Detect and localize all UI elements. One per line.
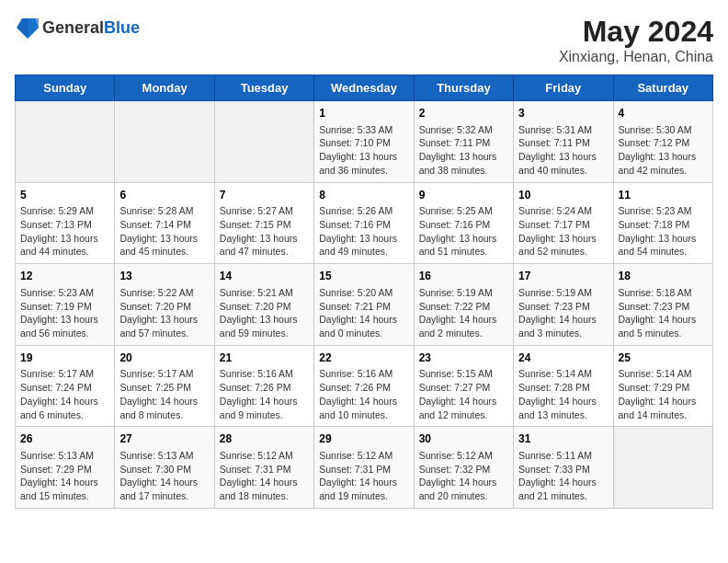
day-info: Sunrise: 5:32 AM Sunset: 7:11 PM Dayligh… [419,123,508,178]
day-info: Sunrise: 5:29 AM Sunset: 7:13 PM Dayligh… [20,204,109,259]
day-number: 21 [220,350,309,366]
day-number: 26 [20,431,109,447]
calendar-cell: 31Sunrise: 5:11 AM Sunset: 7:33 PM Dayli… [514,427,613,509]
day-info: Sunrise: 5:13 AM Sunset: 7:29 PM Dayligh… [20,449,109,503]
day-number: 3 [518,106,608,121]
day-number: 16 [419,269,508,284]
day-info: Sunrise: 5:25 AM Sunset: 7:16 PM Dayligh… [419,204,508,259]
day-number: 19 [20,350,109,366]
calendar-cell: 12Sunrise: 5:23 AM Sunset: 7:19 PM Dayli… [16,264,115,346]
calendar-title: May 2024 [559,15,713,49]
day-number: 27 [119,431,209,447]
day-info: Sunrise: 5:14 AM Sunset: 7:29 PM Dayligh… [619,367,708,421]
calendar-cell [214,101,313,183]
day-number: 18 [619,269,708,284]
calendar-subtitle: Xinxiang, Henan, China [559,49,713,65]
day-info: Sunrise: 5:14 AM Sunset: 7:28 PM Dayligh… [518,367,608,421]
calendar-cell: 24Sunrise: 5:14 AM Sunset: 7:28 PM Dayli… [514,345,613,427]
day-of-week-thursday: Thursday [414,75,513,101]
calendar-cell: 22Sunrise: 5:16 AM Sunset: 7:26 PM Dayli… [314,345,414,427]
calendar-cell: 23Sunrise: 5:15 AM Sunset: 7:27 PM Dayli… [414,345,513,427]
logo-text-general: General [42,18,104,37]
calendar-cell: 15Sunrise: 5:20 AM Sunset: 7:21 PM Dayli… [314,264,414,346]
calendar-cell: 28Sunrise: 5:12 AM Sunset: 7:31 PM Dayli… [214,427,313,509]
day-info: Sunrise: 5:23 AM Sunset: 7:18 PM Dayligh… [619,204,708,259]
calendar-week-row: 26Sunrise: 5:13 AM Sunset: 7:29 PM Dayli… [16,427,713,509]
day-info: Sunrise: 5:23 AM Sunset: 7:19 PM Dayligh… [20,286,109,340]
day-info: Sunrise: 5:28 AM Sunset: 7:14 PM Dayligh… [119,204,209,259]
calendar-cell: 17Sunrise: 5:19 AM Sunset: 7:23 PM Dayli… [514,264,613,346]
day-info: Sunrise: 5:24 AM Sunset: 7:17 PM Dayligh… [518,204,608,259]
calendar-cell [115,101,214,183]
calendar-cell [613,427,712,509]
day-info: Sunrise: 5:21 AM Sunset: 7:20 PM Dayligh… [220,286,309,340]
calendar-cell: 19Sunrise: 5:17 AM Sunset: 7:24 PM Dayli… [16,345,115,427]
calendar-cell: 5Sunrise: 5:29 AM Sunset: 7:13 PM Daylig… [16,182,115,264]
day-number: 17 [518,269,608,284]
calendar-cell: 25Sunrise: 5:14 AM Sunset: 7:29 PM Dayli… [613,345,712,427]
day-number: 11 [619,188,708,203]
calendar-cell: 3Sunrise: 5:31 AM Sunset: 7:11 PM Daylig… [514,101,613,183]
calendar-cell: 16Sunrise: 5:19 AM Sunset: 7:22 PM Dayli… [414,264,513,346]
calendar-cell: 27Sunrise: 5:13 AM Sunset: 7:30 PM Dayli… [115,427,214,509]
calendar-cell: 7Sunrise: 5:27 AM Sunset: 7:15 PM Daylig… [214,182,313,264]
day-number: 22 [319,350,408,366]
day-of-week-monday: Monday [115,75,214,101]
day-info: Sunrise: 5:16 AM Sunset: 7:26 PM Dayligh… [319,367,408,421]
day-info: Sunrise: 5:18 AM Sunset: 7:23 PM Dayligh… [619,286,708,340]
day-number: 24 [518,350,608,366]
day-info: Sunrise: 5:11 AM Sunset: 7:33 PM Dayligh… [518,449,608,503]
day-number: 1 [319,106,408,121]
calendar-cell: 30Sunrise: 5:12 AM Sunset: 7:32 PM Dayli… [414,427,513,509]
day-number: 14 [220,269,309,284]
calendar-cell [16,101,115,183]
calendar-cell: 18Sunrise: 5:18 AM Sunset: 7:23 PM Dayli… [613,264,712,346]
logo-text-blue: Blue [104,18,140,37]
calendar-cell: 26Sunrise: 5:13 AM Sunset: 7:29 PM Dayli… [16,427,115,509]
day-number: 25 [619,350,708,366]
day-info: Sunrise: 5:26 AM Sunset: 7:16 PM Dayligh… [319,204,408,259]
calendar-cell: 8Sunrise: 5:26 AM Sunset: 7:16 PM Daylig… [314,182,414,264]
calendar-cell: 10Sunrise: 5:24 AM Sunset: 7:17 PM Dayli… [514,182,613,264]
calendar-cell: 13Sunrise: 5:22 AM Sunset: 7:20 PM Dayli… [115,264,214,346]
day-of-week-tuesday: Tuesday [214,75,313,101]
day-info: Sunrise: 5:27 AM Sunset: 7:15 PM Dayligh… [220,204,309,259]
day-info: Sunrise: 5:12 AM Sunset: 7:31 PM Dayligh… [319,449,408,503]
day-of-week-saturday: Saturday [613,75,712,101]
calendar-cell: 11Sunrise: 5:23 AM Sunset: 7:18 PM Dayli… [613,182,712,264]
day-info: Sunrise: 5:17 AM Sunset: 7:24 PM Dayligh… [20,367,109,421]
day-info: Sunrise: 5:30 AM Sunset: 7:12 PM Dayligh… [619,123,708,178]
calendar-cell: 9Sunrise: 5:25 AM Sunset: 7:16 PM Daylig… [414,182,513,264]
day-number: 30 [419,431,508,447]
day-number: 28 [220,431,309,447]
calendar-week-row: 1Sunrise: 5:33 AM Sunset: 7:10 PM Daylig… [16,101,713,183]
title-block: May 2024 Xinxiang, Henan, China [559,15,713,65]
day-number: 23 [419,350,508,366]
day-number: 10 [518,188,608,203]
calendar-header-row: SundayMondayTuesdayWednesdayThursdayFrid… [16,75,713,101]
calendar-cell: 6Sunrise: 5:28 AM Sunset: 7:14 PM Daylig… [115,182,214,264]
day-number: 13 [119,269,209,284]
day-number: 29 [319,431,408,447]
calendar-cell: 29Sunrise: 5:12 AM Sunset: 7:31 PM Dayli… [314,427,414,509]
calendar-week-row: 19Sunrise: 5:17 AM Sunset: 7:24 PM Dayli… [16,345,713,427]
day-number: 4 [619,106,708,121]
day-number: 8 [319,188,408,203]
day-number: 20 [119,350,209,366]
svg-marker-2 [28,18,39,39]
day-info: Sunrise: 5:12 AM Sunset: 7:32 PM Dayligh… [419,449,508,503]
day-number: 31 [518,431,608,447]
day-info: Sunrise: 5:19 AM Sunset: 7:22 PM Dayligh… [419,286,508,340]
calendar-cell: 21Sunrise: 5:16 AM Sunset: 7:26 PM Dayli… [214,345,313,427]
calendar-cell: 14Sunrise: 5:21 AM Sunset: 7:20 PM Dayli… [214,264,313,346]
calendar-week-row: 5Sunrise: 5:29 AM Sunset: 7:13 PM Daylig… [16,182,713,264]
day-number: 5 [20,188,109,203]
page-header: GeneralBlue May 2024 Xinxiang, Henan, Ch… [15,15,713,65]
calendar-cell: 2Sunrise: 5:32 AM Sunset: 7:11 PM Daylig… [414,101,513,183]
calendar-cell: 20Sunrise: 5:17 AM Sunset: 7:25 PM Dayli… [115,345,214,427]
day-of-week-sunday: Sunday [16,75,115,101]
day-info: Sunrise: 5:22 AM Sunset: 7:20 PM Dayligh… [119,286,209,340]
calendar-cell: 1Sunrise: 5:33 AM Sunset: 7:10 PM Daylig… [314,101,414,183]
logo: GeneralBlue [15,15,140,40]
day-info: Sunrise: 5:15 AM Sunset: 7:27 PM Dayligh… [419,367,508,421]
